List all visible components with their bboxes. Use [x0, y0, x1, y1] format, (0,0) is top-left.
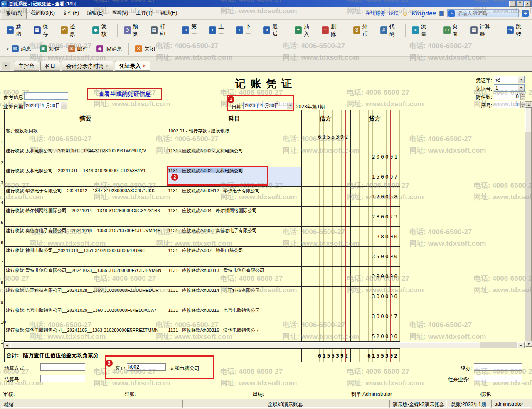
summary-cell[interactable]: 建行收款:爱特儿信息有限公司__20241023__1355-310280000… [5, 267, 167, 286]
menu-item-1[interactable]: 我的K/3(K) [27, 8, 59, 19]
scroll-down-icon[interactable]: ▼ [525, 341, 532, 347]
tab-main-console[interactable]: 主控台 [14, 61, 39, 71]
chevron-down-icon[interactable]: ▼ [518, 76, 524, 83]
delete-button[interactable]: −删除 [318, 20, 345, 41]
ref-info-input[interactable] [24, 92, 68, 100]
page-button[interactable]: ▭页面 [439, 20, 466, 41]
summary-cell[interactable]: 建行收款:奥德赛电子有限公司__20241016__1350-310713700… [5, 227, 167, 246]
horizontal-scroll-track[interactable] [480, 342, 517, 348]
attachments-input[interactable] [494, 93, 520, 100]
debit-cell[interactable] [302, 207, 351, 226]
summary-cell[interactable]: 客户应收款回款 [5, 127, 167, 147]
voucher-word-combo[interactable]: 记 ▼ [494, 76, 525, 83]
credit-cell[interactable]: 98000 [351, 227, 400, 246]
summary-cell[interactable]: 建行收款:方正科技有限公司__20241028__1359-310280000F… [5, 287, 167, 306]
new-button[interactable]: +新增 [2, 20, 30, 41]
tab-voucher-entry[interactable]: 凭证录入× [115, 61, 150, 71]
business-input[interactable] [474, 375, 522, 382]
credit-cell[interactable]: 120058 [351, 187, 400, 206]
next-button[interactable]: ›下一 [232, 20, 259, 41]
calculator-button[interactable]: ▦计算器 [466, 20, 498, 41]
code-button[interactable]: #代码 [376, 20, 403, 41]
debit-cell[interactable]: 6155392 [302, 127, 351, 147]
debit-cell[interactable] [302, 306, 351, 326]
insert-button[interactable]: +插入 [291, 20, 318, 41]
debit-cell[interactable] [302, 187, 351, 206]
restore-button[interactable]: ↶还原 [57, 20, 84, 41]
im-message-button[interactable]: ◉IM消息 [92, 42, 126, 56]
account-cell[interactable]: 1131 - 应收账款/k005 - 奥德赛电子有限公司 [167, 227, 302, 246]
summary-cell[interactable]: 建行收款:希尔顿网络国际公司__20241014__1348-310280000… [5, 207, 167, 226]
account-cell[interactable]: 1131 - 应收账款/k002 - 太和电脑公司 [167, 147, 302, 167]
summary-cell[interactable]: 建行收款:神州电脑公司__20241016__1351-310280000J80… [5, 247, 167, 266]
foreign-currency-button[interactable]: $外币 [349, 20, 376, 41]
credit-cell[interactable]: 520000 [351, 326, 400, 341]
message-button[interactable]: ▾✉消息 [2, 42, 36, 56]
chevron-down-icon[interactable]: ▾ [7, 47, 9, 51]
account-cell[interactable]: 1131 - 应收账款/kh00316 - 清华电脑销售公司 [167, 326, 302, 341]
horizontal-scroll-thumb[interactable] [10, 342, 480, 348]
mail-button[interactable]: ✉邮件 [64, 42, 92, 56]
credit-cell[interactable]: 300000 [351, 287, 400, 306]
chevron-down-icon[interactable]: ▼ [518, 85, 524, 91]
menu-item-5[interactable]: 工具(T) [132, 8, 156, 19]
credit-cell[interactable] [351, 127, 400, 147]
view-voucher-info-button[interactable]: 查看生成的凭证信息 [87, 88, 162, 100]
scroll-right-icon[interactable]: ▶ [517, 342, 524, 348]
tab-close-icon[interactable]: × [106, 64, 109, 69]
sequence-input[interactable] [494, 101, 520, 108]
menu-item-3[interactable]: 编辑(E) [83, 8, 107, 19]
menu-item-6[interactable]: 帮助(H) [157, 8, 181, 19]
tab-accounts[interactable]: 科目 [40, 61, 60, 71]
mnemonic-input[interactable] [456, 10, 502, 17]
credit-cell[interactable]: 280000 [351, 267, 400, 286]
horizontal-scrollbar[interactable]: ◀ ▶ [3, 342, 525, 348]
summary-cell[interactable]: 建行收款:清华电脑销售公司__20241105__1363-310280000E… [5, 326, 167, 341]
tab-dropdown-icon[interactable]: ▼ [2, 62, 10, 70]
spin-down-icon[interactable]: ▼ [520, 96, 525, 100]
settle-method-input[interactable] [40, 363, 85, 371]
attachments-spinner[interactable]: ▲▼ [520, 93, 525, 100]
settle-no-input[interactable] [40, 375, 85, 382]
forum-link[interactable]: 论坛 [389, 10, 399, 17]
print-button[interactable]: ▤打印 [147, 20, 174, 41]
maximize-icon[interactable]: □ [517, 1, 523, 7]
credit-cell[interactable]: 150097 [351, 167, 400, 186]
scroll-up-icon[interactable]: ▲ [525, 102, 532, 108]
account-cell[interactable]: 1131 - 应收账款/kh00315 - 七喜电脑销售公司 [167, 306, 302, 326]
biz-date-combo[interactable]: 2023年 1 月30日 ▼ [24, 102, 67, 109]
close-icon[interactable]: × [524, 1, 531, 7]
save-button[interactable]: ▦保存 [30, 20, 57, 41]
vertical-scroll-thumb[interactable] [525, 108, 531, 132]
review-button[interactable]: ◆复核 [88, 20, 115, 41]
jump-button[interactable]: ➔跳转 [502, 20, 530, 41]
account-cell[interactable]: 1131 - 应收账款/kh00314 - 方正科技有限公司 [167, 287, 302, 306]
operator-input[interactable] [474, 363, 522, 371]
account-cell[interactable]: 1131 - 应收账款/k004 - 希尔顿网络国际公司 [167, 207, 302, 226]
sms-button[interactable]: ▣短信 [36, 42, 64, 56]
debit-cell[interactable] [302, 287, 351, 306]
date-combo[interactable]: 2023年 1 月30日 ▼ [243, 102, 293, 109]
menu-item-2[interactable]: 文件(F) [59, 8, 83, 19]
preview-button[interactable]: ⊙预览 [120, 20, 147, 41]
account-cell[interactable]: 1002.01 - 银行存款 - 建设银行 [167, 127, 302, 147]
account-cell[interactable]: 1131 - 应收账款/k002 - 太和电脑公司 [167, 167, 302, 186]
close-button[interactable]: ✕关闭 [131, 42, 159, 56]
debit-cell[interactable] [302, 227, 351, 246]
summary-cell[interactable]: 建行收款:七喜电脑销售公司__20241029__1360-310280000F… [5, 306, 167, 326]
account-cell[interactable]: 1131 - 应收账款/k007 - 神州电脑公司 [167, 247, 302, 266]
go-icon[interactable]: ➔ [522, 10, 529, 17]
summary-cell[interactable]: 建行收款:太和电脑公司__20241009__1344-31028000096T… [5, 147, 167, 167]
debit-cell[interactable] [302, 167, 351, 186]
previous-button[interactable]: ‹上一 [205, 20, 232, 41]
debit-cell[interactable] [302, 147, 351, 167]
voucher-no-combo[interactable]: 1 ▼ [494, 84, 525, 92]
menu-item-4[interactable]: 查看(V) [108, 8, 132, 19]
summary-cell[interactable]: 建行收款:太和电脑公司__20241011__1346-310280000FCH… [5, 167, 167, 186]
vertical-scrollbar[interactable]: ▲ ▼ [525, 101, 532, 347]
debit-cell[interactable] [302, 267, 351, 286]
summary-cell[interactable]: 建行收款:华强电子有限公司__20241012__1347-310280000A… [5, 187, 167, 206]
menu-item-0[interactable]: 系统(S) [2, 8, 27, 19]
flow-button[interactable]: ≈流量 [408, 20, 435, 41]
spin-up-icon[interactable]: ▲ [520, 93, 525, 96]
